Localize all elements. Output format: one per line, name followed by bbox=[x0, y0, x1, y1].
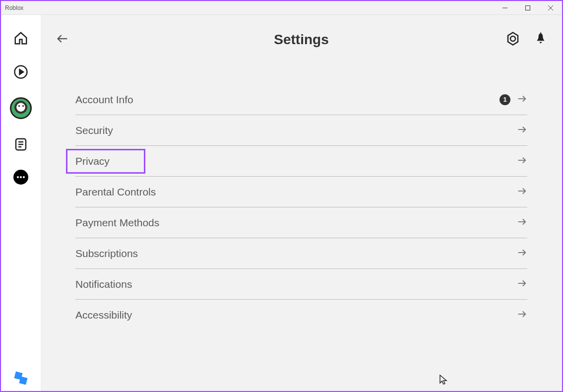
settings-item-label: Account Info bbox=[75, 94, 133, 106]
settings-item-account-info[interactable]: Account Info 1 bbox=[75, 84, 527, 115]
settings-item-notifications[interactable]: Notifications bbox=[75, 269, 527, 300]
chevron-right-icon bbox=[516, 247, 527, 260]
svg-marker-5 bbox=[20, 69, 24, 74]
settings-item-label: Privacy bbox=[75, 155, 110, 167]
chevron-right-icon bbox=[516, 216, 527, 229]
settings-item-label: Subscriptions bbox=[75, 248, 138, 260]
settings-item-security[interactable]: Security bbox=[75, 115, 527, 146]
settings-item-label: Payment Methods bbox=[75, 217, 159, 229]
window-controls bbox=[494, 1, 562, 15]
chevron-right-icon bbox=[516, 155, 527, 168]
settings-item-privacy[interactable]: Privacy bbox=[75, 146, 527, 177]
chevron-right-icon bbox=[516, 93, 527, 106]
svg-rect-1 bbox=[526, 5, 530, 10]
window-close-button[interactable] bbox=[539, 1, 562, 15]
chevron-right-icon bbox=[516, 124, 527, 137]
header: Settings bbox=[41, 15, 562, 65]
window-titlebar: Roblox bbox=[1, 1, 562, 15]
notes-icon[interactable] bbox=[12, 136, 29, 153]
settings-item-label: Notifications bbox=[75, 278, 132, 290]
settings-item-label: Security bbox=[75, 125, 113, 136]
more-icon[interactable] bbox=[13, 170, 28, 185]
page-title: Settings bbox=[274, 32, 328, 48]
window-title: Roblox bbox=[5, 4, 23, 11]
settings-list: Account Info 1 Security bbox=[75, 84, 527, 330]
chevron-right-icon bbox=[516, 278, 527, 291]
avatar[interactable] bbox=[10, 97, 32, 119]
back-button[interactable] bbox=[56, 32, 69, 48]
settings-item-parental-controls[interactable]: Parental Controls bbox=[75, 177, 527, 207]
svg-marker-14 bbox=[508, 33, 518, 45]
window-minimize-button[interactable] bbox=[494, 1, 516, 15]
svg-point-15 bbox=[510, 36, 515, 41]
svg-point-10 bbox=[17, 176, 19, 178]
home-icon[interactable] bbox=[12, 30, 29, 47]
settings-item-label: Parental Controls bbox=[75, 186, 156, 198]
sidebar bbox=[1, 15, 41, 391]
play-icon[interactable] bbox=[12, 64, 29, 80]
svg-point-11 bbox=[20, 176, 22, 178]
main-content: Settings Account Info 1 bbox=[41, 15, 562, 391]
studio-icon[interactable] bbox=[14, 371, 28, 385]
settings-item-accessibility[interactable]: Accessibility bbox=[75, 300, 527, 330]
settings-item-subscriptions[interactable]: Subscriptions bbox=[75, 238, 527, 269]
window-maximize-button[interactable] bbox=[516, 1, 539, 15]
notification-badge: 1 bbox=[500, 94, 510, 105]
settings-item-payment-methods[interactable]: Payment Methods bbox=[75, 207, 527, 238]
bell-icon[interactable] bbox=[534, 32, 547, 47]
chevron-right-icon bbox=[516, 309, 527, 322]
svg-point-12 bbox=[23, 176, 25, 178]
chevron-right-icon bbox=[516, 186, 527, 198]
robux-icon[interactable] bbox=[505, 31, 520, 48]
cursor-icon bbox=[439, 374, 448, 387]
settings-item-label: Accessibility bbox=[75, 309, 132, 321]
